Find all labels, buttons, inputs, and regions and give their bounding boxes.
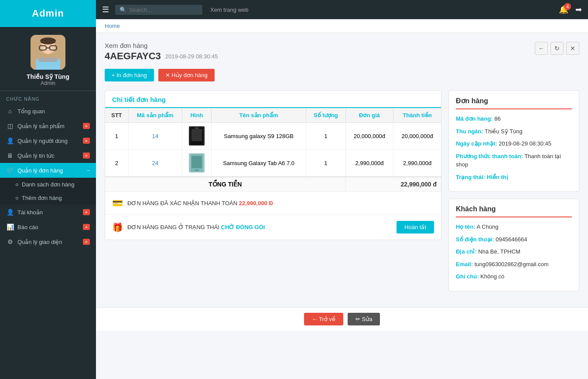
account-icon: 👤 [6,209,14,216]
status-row: 🎁 ĐƠN HÀNG ĐANG Ở TRẠNG THÁI CHỜ ĐÓNG GÓ… [105,214,441,240]
sidebar-item-label: Tổng quan [17,108,45,115]
total-label: TỔNG TIỀN [105,177,345,191]
plus-badge: + [83,209,90,215]
sidebar-item-label: Quản lý đơn hàng [17,167,63,174]
sidebar-profile: Thiều Sỹ Tùng Admin [0,27,96,91]
sidebar-item-bao-cao[interactable]: 📊 Báo cáo + [0,220,96,234]
col-header-tt: Thành tiền [393,108,441,123]
back-button[interactable]: ← Trở về [304,313,343,325]
search-icon: 🔍 [120,7,126,13]
order-info-card: Đơn hàng Mã đơn hàng: 86 Thu ngân: Thiều… [448,90,579,192]
plus-badge: + [83,152,90,159]
sidebar-item-san-pham[interactable]: ◫ Quản lý sản phẩm + [0,118,96,133]
sidebar-brand: Admin [0,0,96,27]
sidebar-item-label: Quản lý người dùng [17,138,68,144]
svg-rect-9 [191,129,202,141]
svg-rect-12 [191,156,202,168]
content-area: Home Xem đơn hàng 4AEGFAYC3 2019-08-29 0… [96,19,588,379]
customer-dia-chi: Địa chỉ: Nhà Bè, TPHCM [456,247,572,256]
sidebar-item-tai-khoan[interactable]: 👤 Tài khoản + [0,205,96,220]
cell-ma: 24 [128,150,182,177]
order-info-ma: Mã đơn hàng: 86 [456,115,572,123]
order-info-phuong-thuc: Phương thức thanh toán: Thanh toán tại s… [456,152,572,169]
product-icon: ◫ [6,122,14,129]
action-buttons: + In đơn hàng ✕ Hủy đơn hàng [105,69,579,81]
sidebar-username: Thiều Sỹ Tùng [27,73,69,80]
cell-ma: 14 [128,123,182,150]
cell-ten: Samsung galaxy S9 128GB [211,123,306,150]
table-row: 2 24 [105,150,441,177]
notification-count: 4 [564,3,571,10]
main-layout: Chi tiết đơn hàng STT Mã sản phẩm Hình T… [105,90,579,298]
back-arrow-button[interactable]: ← [535,42,548,55]
cart-icon: 🛒 [6,167,14,174]
svg-point-7 [40,37,56,44]
close-button[interactable]: ✕ [566,42,579,55]
refresh-button[interactable]: ↻ [550,42,564,55]
user-icon: 👤 [6,137,14,144]
order-info-thu-ngan: Thu ngân: Thiều Sỹ Tùng [456,127,572,136]
customer-info-title: Khách hàng [456,205,572,217]
order-info-trang-thai: Trạng thái: Hiển thị [456,173,572,182]
sidebar-sub-label: Danh sách đơn hàng [22,181,75,188]
order-table: STT Mã sản phẩm Hình Tên sản phẩm Số lượ… [105,108,441,191]
product-image-1 [189,126,205,146]
notification-bell[interactable]: 🔔 4 [559,5,568,14]
cell-don: 2,990,000đ [345,150,393,177]
complete-button[interactable]: Hoàn tất [397,221,434,233]
sidebar: Admin Thiều Sỹ Tùng Admin Chức năng ⌂ [0,0,96,379]
order-info-title: Đơn hàng [456,97,572,109]
customer-info-card: Khách hàng Họ tên: A Chúng Số điện thoại… [448,199,579,291]
order-date: 2019-08-29 08:30:45 [165,53,218,60]
col-header-don: Đơn giá [345,108,393,123]
sidebar-item-tong-quan[interactable]: ⌂ Tổng quan [0,104,96,118]
logout-icon[interactable]: ➡ [575,5,582,14]
sidebar-item-nguoi-dung[interactable]: 👤 Quản lý người dùng + [0,133,96,148]
payment-confirmed: 💳 ĐƠN HÀNG ĐÃ XÁC NHẬN THANH TOÁN 22,990… [105,191,441,214]
customer-ghi-chu: Ghi chú: Không có [456,272,572,281]
status-text: ĐƠN HÀNG ĐANG Ở TRẠNG THÁI CHỜ ĐÓNG GÓI [127,224,265,230]
total-value: 22,990,000 đ [345,177,441,191]
gift-icon: 🎁 [112,222,123,233]
topbar: ☰ 🔍 Xem trang web 🔔 4 ➡ [96,0,588,19]
print-button[interactable]: + In đơn hàng [105,69,154,81]
menu-icon[interactable]: ☰ [102,5,109,14]
sidebar-item-tin-tuc[interactable]: 🖥 Quản lý tin tức + [0,148,96,163]
sidebar-item-giao-dien[interactable]: ⚙ Quản lý giao diện + [0,234,96,249]
dot-icon [16,197,18,200]
sidebar-item-label: Quản lý giao diện [17,239,62,245]
col-header-ma: Mã sản phẩm [128,108,182,123]
sidebar-item-them-don-hang[interactable]: Thêm đơn hàng [0,191,96,205]
edit-button[interactable]: ✏ Sửa [348,313,380,325]
svg-rect-13 [195,169,199,171]
product-image-2 [189,153,205,173]
customer-sdt: Số điện thoại: 0945646664 [456,235,572,244]
payment-amount: 22,990,000 Đ [239,200,273,206]
cancel-button[interactable]: ✕ Hủy đơn hàng [158,69,215,81]
cell-tt: 20,000,000đ [393,123,441,150]
view-web-link[interactable]: Xem trang web [210,7,248,13]
cell-sl: 1 [306,150,345,177]
search-box[interactable]: 🔍 [115,5,202,15]
order-info-ngay: Ngày cập nhật: 2019-08-29 08:30:45 [456,139,572,148]
cell-stt: 2 [105,150,128,177]
col-header-sl: Số lượng [306,108,345,123]
sidebar-sub-don-hang: Danh sách đơn hàng Thêm đơn hàng [0,178,96,205]
page-title-label: Xem đơn hàng [105,42,218,50]
breadcrumb-home[interactable]: Home [105,23,120,29]
sidebar-item-label: Báo cáo [17,224,38,230]
page-title-id: 4AEGFAYC3 2019-08-29 08:30:45 [105,51,218,62]
payment-icon: 💳 [112,198,123,208]
search-input[interactable] [129,7,186,13]
customer-email: Email: tung0963002862@gmail.com [456,260,572,269]
customer-ho-ten: Họ tên: A Chúng [456,223,572,231]
sidebar-section-label: Chức năng [0,91,96,104]
sidebar-item-danh-sach-don-hang[interactable]: Danh sách đơn hàng [0,178,96,191]
sidebar-item-label: Quản lý sản phẩm [17,123,65,129]
collapse-icon: − [87,168,90,173]
sidebar-item-don-hang[interactable]: 🛒 Quản lý đơn hàng − [0,163,96,178]
avatar [31,35,65,70]
total-row: TỔNG TIỀN 22,990,000 đ [105,177,441,191]
cell-sl: 1 [306,123,345,150]
news-icon: 🖥 [6,152,14,159]
